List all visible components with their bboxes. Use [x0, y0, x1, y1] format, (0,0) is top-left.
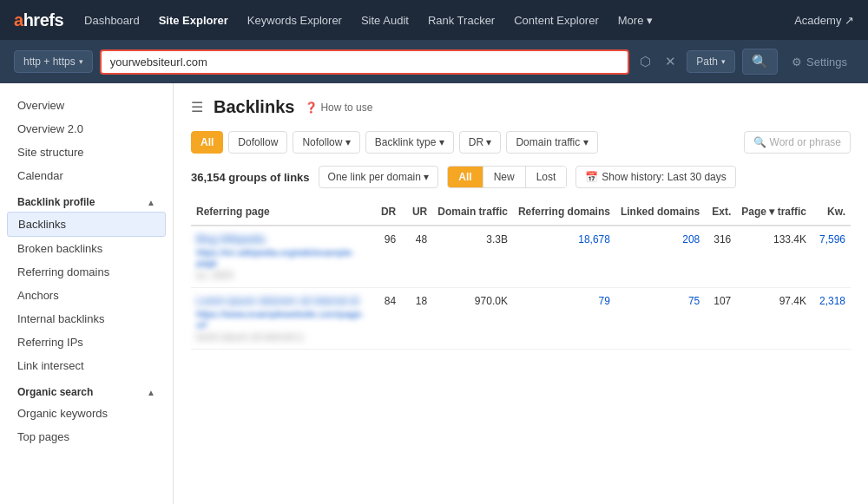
ext-value: 316: [705, 226, 736, 288]
filter-search[interactable]: 🔍 Word or phrase: [744, 131, 851, 154]
settings-button[interactable]: ⚙ Settings: [785, 52, 854, 72]
domain-traffic-value: 970.0K: [432, 288, 513, 350]
link-meta: en. 2024: [196, 270, 365, 280]
link-url[interactable]: https://www.examplewebsite.com/page-url: [196, 309, 365, 330]
filter-backlink-type-button[interactable]: Backlink type ▾: [365, 131, 454, 154]
calendar-icon: 📅: [585, 171, 598, 183]
nav-keywords-explorer[interactable]: Keywords Explorer: [240, 10, 349, 30]
col-header-domain-traffic[interactable]: Domain traffic: [432, 199, 513, 226]
question-icon: ❓: [305, 101, 318, 114]
col-header-page-traffic[interactable]: Page ▾ traffic: [736, 199, 812, 226]
nav-site-audit[interactable]: Site Audit: [354, 10, 416, 30]
filter-lost-button[interactable]: Lost: [526, 167, 567, 187]
sidebar-item-internal-backlinks[interactable]: Internal backlinks: [0, 307, 173, 331]
col-header-ext[interactable]: Ext.: [705, 199, 736, 226]
filter-nofollow-button[interactable]: Nofollow ▾: [293, 131, 359, 154]
col-header-dr[interactable]: DR: [370, 199, 401, 226]
menu-icon[interactable]: ☰: [191, 99, 203, 115]
table-row: Blog Wikipedia https://en.wikipedia.org/…: [191, 226, 851, 288]
backlink-profile-header: Backlink profile ▲: [0, 187, 173, 212]
nav-academy[interactable]: Academy ↗: [794, 14, 854, 27]
link-url[interactable]: https://en.wikipedia.org/wiki/example-pa…: [196, 247, 365, 268]
gear-icon: ⚙: [792, 56, 802, 69]
backlinks-table: Referring page DR UR Domain traffic Refe…: [191, 199, 851, 350]
page-traffic-value: 97.4K: [736, 288, 812, 350]
referring-domains-value[interactable]: 18,678: [513, 226, 615, 288]
filter-dr-button[interactable]: DR ▾: [459, 131, 502, 154]
organic-search-header: Organic search ▲: [0, 377, 173, 402]
sidebar-item-link-intersect[interactable]: Link intersect: [0, 354, 173, 377]
filter-bar: All Dofollow Nofollow ▾ Backlink type ▾ …: [191, 131, 851, 154]
nav-dashboard[interactable]: Dashboard: [77, 10, 147, 30]
link-title[interactable]: Lorem ipsum dolorem sit internet di: [196, 295, 358, 307]
filter-domain-traffic-button[interactable]: Domain traffic ▾: [506, 131, 597, 154]
ur-value: 18: [401, 288, 432, 350]
nav-more[interactable]: More ▾: [611, 10, 660, 30]
kw-value[interactable]: 7,596: [812, 226, 851, 288]
ur-value: 48: [401, 226, 432, 288]
main-layout: Overview Overview 2.0 Site structure Cal…: [0, 83, 868, 504]
filter-dofollow-button[interactable]: Dofollow: [228, 131, 287, 154]
col-header-kw[interactable]: Kw.: [812, 199, 851, 226]
sidebar: Overview Overview 2.0 Site structure Cal…: [0, 83, 174, 504]
page-title: Backlinks: [214, 97, 294, 117]
linked-domains-value[interactable]: 208: [615, 226, 705, 288]
referring-page-cell: Blog Wikipedia https://en.wikipedia.org/…: [191, 226, 370, 288]
protocol-select[interactable]: http + https ▾: [14, 50, 93, 73]
results-bar: 36,154 groups of links One link per doma…: [191, 166, 851, 188]
external-link-icon[interactable]: ⬡: [636, 50, 654, 73]
link-meta: lorem ipsum sit internet a: [196, 331, 365, 342]
filter-new-button[interactable]: New: [483, 167, 526, 187]
sidebar-item-site-structure[interactable]: Site structure: [0, 141, 173, 164]
collapse-icon[interactable]: ▲: [147, 388, 155, 397]
referring-page-cell: Lorem ipsum dolorem sit internet di http…: [191, 288, 370, 350]
all-new-lost-filter: All New Lost: [447, 166, 567, 188]
sidebar-item-organic-keywords[interactable]: Organic keywords: [0, 402, 173, 425]
page-traffic-value: 133.4K: [736, 226, 812, 288]
chevron-down-icon: ▾: [79, 57, 83, 66]
search-bar-actions: ⬡ ✕ Path ▾ 🔍 ⚙ Settings: [636, 49, 854, 75]
logo[interactable]: ahrefs: [14, 10, 63, 30]
close-icon[interactable]: ✕: [661, 50, 680, 73]
link-per-domain-select[interactable]: One link per domain ▾: [319, 166, 439, 188]
sidebar-item-overview-2[interactable]: Overview 2.0: [0, 117, 173, 141]
ext-value: 107: [705, 288, 736, 350]
show-history-button[interactable]: 📅 Show history: Last 30 days: [575, 166, 735, 188]
col-header-referring-page: Referring page: [191, 199, 370, 226]
how-to-use-link[interactable]: ❓ How to use: [305, 101, 372, 114]
filter-all-time-button[interactable]: All: [448, 167, 483, 187]
sidebar-item-referring-ips[interactable]: Referring IPs: [0, 331, 173, 354]
url-input[interactable]: [100, 49, 630, 75]
filter-all-button[interactable]: All: [191, 131, 223, 154]
nav-site-explorer[interactable]: Site Explorer: [152, 10, 235, 30]
linked-domains-value[interactable]: 75: [615, 288, 705, 350]
sidebar-item-overview[interactable]: Overview: [0, 94, 173, 117]
dr-value: 96: [370, 226, 401, 288]
search-icon: 🔍: [753, 136, 766, 148]
chevron-down-icon: ▾: [721, 57, 726, 66]
table-row: Lorem ipsum dolorem sit internet di http…: [191, 288, 851, 350]
col-header-linked-domains[interactable]: Linked domains: [615, 199, 705, 226]
search-bar: http + https ▾ ⬡ ✕ Path ▾ 🔍 ⚙ Settings: [0, 40, 868, 83]
sidebar-item-referring-domains[interactable]: Referring domains: [0, 260, 173, 284]
results-count: 36,154 groups of links: [191, 171, 310, 184]
link-title[interactable]: Blog Wikipedia: [196, 233, 265, 245]
nav-content-explorer[interactable]: Content Explorer: [507, 10, 606, 30]
nav-rank-tracker[interactable]: Rank Tracker: [421, 10, 502, 30]
path-button[interactable]: Path ▾: [687, 50, 735, 73]
sidebar-item-broken-backlinks[interactable]: Broken backlinks: [0, 237, 173, 260]
referring-domains-value[interactable]: 79: [513, 288, 615, 350]
col-header-ur[interactable]: UR: [401, 199, 432, 226]
collapse-icon[interactable]: ▲: [147, 198, 155, 207]
top-navigation: ahrefs Dashboard Site Explorer Keywords …: [0, 0, 868, 40]
domain-traffic-value: 3.3B: [432, 226, 513, 288]
col-header-referring-domains[interactable]: Referring domains: [513, 199, 615, 226]
sidebar-item-backlinks[interactable]: Backlinks: [7, 212, 166, 237]
sidebar-item-top-pages[interactable]: Top pages: [0, 425, 173, 448]
page-header: ☰ Backlinks ❓ How to use: [191, 97, 851, 117]
kw-value[interactable]: 2,318: [812, 288, 851, 350]
sidebar-item-anchors[interactable]: Anchors: [0, 284, 173, 307]
sidebar-item-calendar[interactable]: Calendar: [0, 164, 173, 187]
main-content: ☰ Backlinks ❓ How to use All Dofollow No…: [174, 83, 868, 504]
search-button[interactable]: 🔍: [742, 49, 778, 75]
